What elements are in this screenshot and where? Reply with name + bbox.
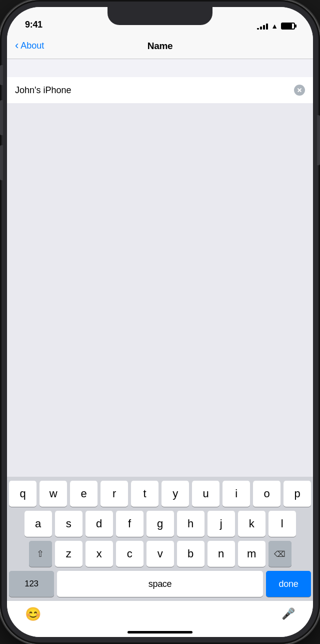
home-bar <box>128 631 192 633</box>
shift-key[interactable]: ⇧ <box>29 541 52 567</box>
key-r[interactable]: r <box>100 481 128 507</box>
device-name-input[interactable] <box>15 85 294 96</box>
key-x[interactable]: x <box>86 541 113 567</box>
key-i[interactable]: i <box>222 481 250 507</box>
input-row <box>7 77 313 103</box>
notch <box>108 7 212 25</box>
key-l[interactable]: l <box>268 511 296 537</box>
key-u[interactable]: u <box>192 481 220 507</box>
key-q[interactable]: q <box>9 481 36 507</box>
key-b[interactable]: b <box>177 541 204 567</box>
nav-title: Name <box>148 41 173 52</box>
volume-down-button[interactable] <box>0 145 3 180</box>
power-button[interactable] <box>317 115 320 165</box>
nav-bar: ‹ About Name <box>7 33 313 59</box>
key-f[interactable]: f <box>116 511 144 537</box>
key-y[interactable]: y <box>162 481 189 507</box>
key-o[interactable]: o <box>253 481 280 507</box>
phone-frame: 9:41 ▲ ‹ About Name <box>0 0 320 644</box>
home-area: 😊 🎤 <box>7 601 313 627</box>
key-m[interactable]: m <box>238 541 266 567</box>
key-z[interactable]: z <box>55 541 82 567</box>
phone-screen: 9:41 ▲ ‹ About Name <box>7 7 313 637</box>
content-area <box>7 103 313 477</box>
signal-icon <box>257 23 268 30</box>
key-w[interactable]: w <box>40 481 67 507</box>
key-t[interactable]: t <box>131 481 158 507</box>
key-v[interactable]: v <box>146 541 174 567</box>
key-c[interactable]: c <box>116 541 144 567</box>
emoji-keyboard-icon[interactable]: 😊 <box>25 606 41 622</box>
keyboard-row-4: 123 space done <box>9 571 311 597</box>
delete-icon: ⌫ <box>274 549 286 559</box>
delete-key[interactable]: ⌫ <box>268 541 292 567</box>
microphone-icon[interactable]: 🎤 <box>282 607 295 620</box>
key-a[interactable]: a <box>24 511 52 537</box>
volume-up-button[interactable] <box>0 100 3 135</box>
chevron-left-icon: ‹ <box>15 40 18 51</box>
numbers-key[interactable]: 123 <box>9 571 54 597</box>
status-icons: ▲ <box>257 22 295 30</box>
shift-icon: ⇧ <box>36 548 44 559</box>
back-label: About <box>20 41 44 51</box>
clear-button[interactable] <box>294 85 305 96</box>
keyboard-row-1: q w e r t y u i o p <box>9 481 311 507</box>
status-time: 9:41 <box>25 20 42 30</box>
done-key[interactable]: done <box>266 571 311 597</box>
keyboard-row-3: ⇧ z x c v b n m ⌫ <box>9 541 311 567</box>
key-k[interactable]: k <box>238 511 266 537</box>
back-button[interactable]: ‹ About <box>15 41 44 51</box>
battery-icon <box>281 23 295 30</box>
battery-fill <box>282 24 292 29</box>
mute-switch[interactable] <box>0 65 3 85</box>
section-separator <box>7 59 313 77</box>
key-d[interactable]: d <box>86 511 113 537</box>
key-p[interactable]: p <box>284 481 311 507</box>
key-j[interactable]: j <box>208 511 235 537</box>
key-g[interactable]: g <box>146 511 174 537</box>
key-h[interactable]: h <box>177 511 204 537</box>
home-indicator-bar <box>7 627 313 637</box>
key-s[interactable]: s <box>55 511 82 537</box>
keyboard-row-2: a s d f g h j k l <box>9 511 311 537</box>
space-key[interactable]: space <box>57 571 263 597</box>
key-n[interactable]: n <box>208 541 235 567</box>
wifi-icon: ▲ <box>271 22 278 30</box>
keyboard: q w e r t y u i o p a s d f g h j k <box>7 477 313 601</box>
key-e[interactable]: e <box>70 481 98 507</box>
